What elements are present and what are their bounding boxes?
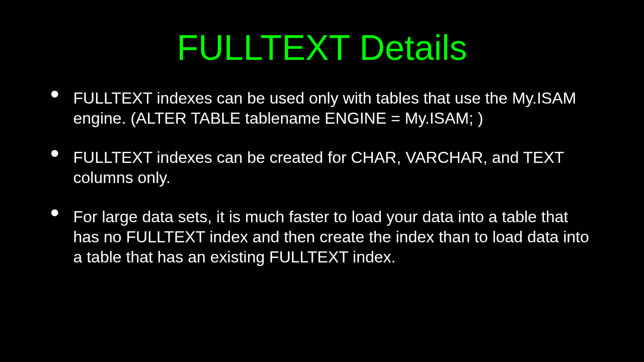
bullet-icon: • xyxy=(50,88,59,101)
bullet-text: For large data sets, it is much faster t… xyxy=(73,207,594,267)
list-item: • FULLTEXT indexes can be created for CH… xyxy=(50,147,594,188)
bullet-icon: • xyxy=(50,147,59,160)
list-item: • For large data sets, it is much faster… xyxy=(50,207,594,267)
bullet-text: FULLTEXT indexes can be used only with t… xyxy=(73,88,594,128)
bullet-text: FULLTEXT indexes can be created for CHAR… xyxy=(73,147,594,188)
list-item: • FULLTEXT indexes can be used only with… xyxy=(50,88,594,128)
slide-title: FULLTEXT Details xyxy=(0,0,644,88)
bullet-list: • FULLTEXT indexes can be used only with… xyxy=(0,88,644,267)
bullet-icon: • xyxy=(50,207,59,219)
slide-container: FULLTEXT Details • FULLTEXT indexes can … xyxy=(0,0,644,362)
